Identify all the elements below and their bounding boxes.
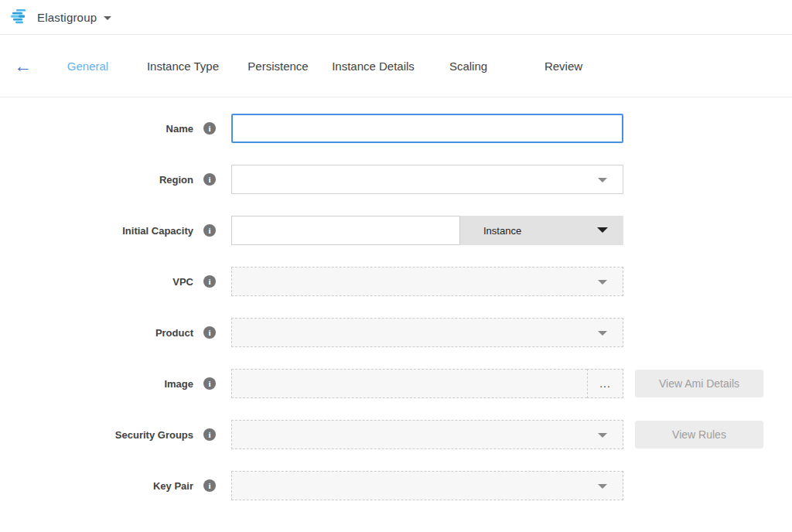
region-row: Region i [0,165,792,194]
tab-instance-type[interactable]: Instance Type [135,60,230,73]
image-field: ... [231,369,623,398]
product-label: Product [0,327,193,339]
tab-review[interactable]: Review [516,60,611,73]
info-icon[interactable]: i [203,224,216,237]
region-select[interactable] [231,165,623,194]
initial-capacity-label: Initial Capacity [0,225,193,237]
info-icon[interactable]: i [203,122,216,135]
vpc-label: VPC [0,276,193,288]
capacity-unit-value: Instance [483,225,521,237]
wizard-tabs: General Instance Type Persistence Instan… [40,60,611,73]
name-row: Name i [0,114,792,143]
initial-capacity-input[interactable] [231,216,460,245]
elastigroup-logo-icon [11,9,29,26]
capacity-unit-select[interactable]: Instance [460,216,623,245]
caret-down-icon [597,227,608,233]
security-groups-label: Security Groups [0,429,193,441]
name-label: Name [0,123,193,135]
top-bar: Elastigroup [0,0,792,35]
name-input[interactable] [231,114,623,143]
info-icon[interactable]: i [203,377,216,390]
tab-instance-details[interactable]: Instance Details [326,60,421,73]
tab-persistence[interactable]: Persistence [230,60,326,73]
info-icon[interactable]: i [203,326,216,339]
initial-capacity-row: Initial Capacity i Instance [0,216,792,245]
tab-scaling[interactable]: Scaling [421,60,516,73]
caret-down-icon [598,280,607,285]
app-title[interactable]: Elastigroup [37,11,97,24]
security-groups-row: Security Groups i View Rules [0,420,792,449]
view-ami-details-button[interactable]: View Ami Details [635,370,763,397]
chevron-down-icon[interactable] [104,16,111,20]
vpc-row: VPC i [0,267,792,296]
wizard-tab-bar: ← General Instance Type Persistence Inst… [0,35,792,97]
caret-down-icon [598,484,607,489]
tab-general[interactable]: General [40,60,135,73]
image-row: Image i ... View Ami Details [0,369,792,398]
info-icon[interactable]: i [203,173,216,186]
image-value-box [231,369,587,398]
general-form: Name i Region i Initial Capacity i Insta… [0,97,792,500]
info-icon[interactable]: i [203,275,216,288]
info-icon[interactable]: i [203,428,216,441]
info-icon[interactable]: i [203,479,216,492]
product-select [231,318,623,347]
caret-down-icon [598,178,607,182]
image-label: Image [0,378,193,390]
caret-down-icon [598,433,607,438]
view-rules-button[interactable]: View Rules [635,421,763,448]
vpc-select [231,267,623,296]
region-label: Region [0,174,193,186]
key-pair-select [231,471,623,500]
caret-down-icon [598,331,607,336]
back-arrow-icon[interactable]: ← [14,57,40,75]
security-groups-select [231,420,623,449]
product-row: Product i [0,318,792,347]
key-pair-label: Key Pair [0,480,193,492]
browse-image-button: ... [587,369,623,398]
key-pair-row: Key Pair i [0,471,792,500]
